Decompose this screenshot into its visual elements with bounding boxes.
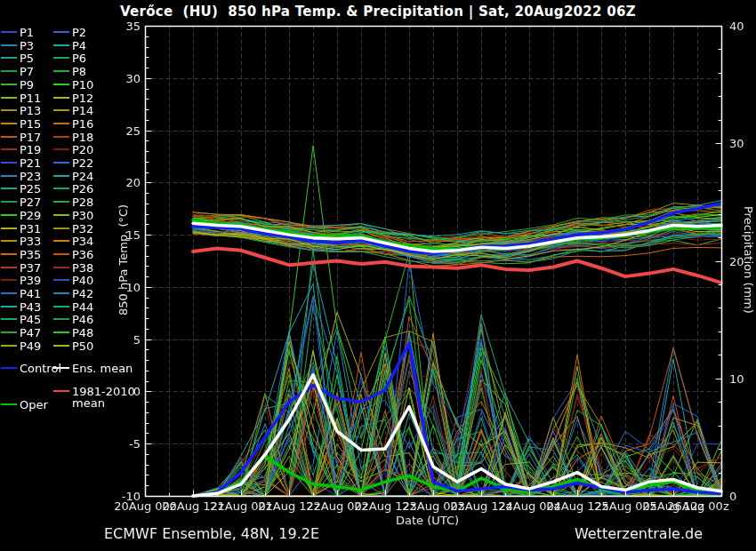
legend-member-22-label: P22 <box>72 157 93 169</box>
legend-member-40-swatch <box>53 279 69 281</box>
legend-member-47-swatch <box>1 331 17 333</box>
legend-member-13-label: P13 <box>20 105 41 116</box>
legend-member-43-label: P43 <box>20 301 41 313</box>
legend-member-15-label: P15 <box>20 118 41 130</box>
legend-member-14-label: P14 <box>72 105 93 116</box>
legend-member-29-swatch <box>1 214 17 216</box>
legend-member-24-label: P24 <box>72 171 93 182</box>
legend-member-4-label: P4 <box>72 40 86 52</box>
legend-member-18-label: P18 <box>72 132 93 143</box>
legend-member-13-swatch <box>1 109 17 111</box>
legend-member-18-swatch <box>53 136 69 138</box>
legend-member-12-swatch <box>53 97 69 99</box>
legend-member-19-swatch <box>1 148 17 150</box>
legend-member-8-swatch <box>53 70 69 72</box>
legend-oper-label: Oper <box>20 399 48 411</box>
legend-member-26-label: P26 <box>72 183 93 195</box>
legend-member-10-swatch <box>53 84 69 85</box>
legend-member-41-label: P41 <box>20 288 41 299</box>
legend-member-34-label: P34 <box>72 236 93 247</box>
legend-member-24-swatch <box>53 175 69 177</box>
legend-member-37-swatch <box>1 267 17 268</box>
legend-member-19-label: P19 <box>20 144 41 156</box>
legend-member-33-label: P33 <box>20 236 41 247</box>
legend-member-38-label: P38 <box>72 262 93 274</box>
y-right-axis-title: Precipitation (mm) <box>742 206 755 314</box>
legend-member-25-swatch <box>1 188 17 189</box>
y-left-tick-label: 5 <box>109 334 141 346</box>
legend-control-swatch <box>1 367 17 369</box>
legend-member-27-label: P27 <box>20 196 41 208</box>
legend-member-44-swatch <box>53 306 69 307</box>
legend-member-50-label: P50 <box>72 340 93 352</box>
legend-ens-mean-label: Ens. mean <box>72 363 133 374</box>
legend-member-46-swatch <box>53 318 69 320</box>
legend-member-36-swatch <box>53 253 69 255</box>
y-left-tick-label: 0 <box>109 386 141 397</box>
legend-ens-mean-swatch <box>53 367 69 369</box>
footer-branding: Wetterzentrale.de <box>575 525 703 542</box>
legend-member-9-swatch <box>1 84 17 85</box>
y-left-tick-label: -5 <box>109 438 141 450</box>
x-tick-label: 26Aug 00z <box>663 500 734 512</box>
legend-member-26-swatch <box>53 188 69 189</box>
y-right-tick-label: 40 <box>729 20 744 32</box>
legend-member-5-label: P5 <box>20 52 34 64</box>
y-left-tick-label: 35 <box>109 20 141 32</box>
legend-member-34-swatch <box>53 240 69 242</box>
legend-member-21-label: P21 <box>20 157 41 169</box>
legend-member-25-label: P25 <box>20 183 41 195</box>
legend-member-39-swatch <box>1 279 17 281</box>
legend-member-4-swatch <box>53 44 69 46</box>
legend-member-44-label: P44 <box>72 301 93 313</box>
legend-member-33-swatch <box>1 240 17 242</box>
legend-member-10-label: P10 <box>72 79 93 91</box>
legend-member-48-label: P48 <box>72 327 93 339</box>
legend-member-20-label: P20 <box>72 144 93 156</box>
legend-member-7-label: P7 <box>20 66 34 77</box>
legend-member-49-label: P49 <box>20 340 41 352</box>
legend-member-30-swatch <box>53 214 69 216</box>
legend-member-40-label: P40 <box>72 275 93 286</box>
legend-member-16-swatch <box>53 123 69 124</box>
legend-member-38-swatch <box>53 267 69 268</box>
legend-member-22-swatch <box>53 162 69 164</box>
legend-member-21-swatch <box>1 162 17 164</box>
legend-member-20-swatch <box>53 148 69 150</box>
legend-member-6-swatch <box>53 57 69 59</box>
legend-oper-swatch <box>1 403 17 405</box>
legend-member-23-label: P23 <box>20 171 41 182</box>
legend-member-23-swatch <box>1 175 17 177</box>
legend-member-28-swatch <box>53 201 69 203</box>
legend-member-43-swatch <box>1 306 17 307</box>
legend-member-9-label: P9 <box>20 79 34 91</box>
legend-member-17-label: P17 <box>20 132 41 143</box>
legend-member-11-label: P11 <box>20 92 41 104</box>
legend-member-11-swatch <box>1 97 17 99</box>
y-right-tick-label: 30 <box>729 138 744 149</box>
x-axis-title: Date (UTC) <box>396 514 459 527</box>
legend-member-31-label: P31 <box>20 223 41 235</box>
legend-member-35-label: P35 <box>20 249 41 260</box>
legend-member-29-label: P29 <box>20 210 41 221</box>
legend-member-15-swatch <box>1 123 17 124</box>
legend-member-28-label: P28 <box>72 196 93 208</box>
legend-member-41-swatch <box>1 292 17 294</box>
legend-member-1-label: P1 <box>20 27 34 38</box>
legend-member-35-swatch <box>1 253 17 255</box>
legend-member-42-swatch <box>53 292 69 294</box>
legend-member-47-label: P47 <box>20 327 41 339</box>
legend-member-7-swatch <box>1 70 17 72</box>
legend-member-49-swatch <box>1 345 17 347</box>
legend-member-31-swatch <box>1 228 17 229</box>
legend-member-27-swatch <box>1 201 17 203</box>
legend-member-6-label: P6 <box>72 52 86 64</box>
legend-member-16-label: P16 <box>72 118 93 130</box>
legend-member-45-swatch <box>1 318 17 320</box>
legend-member-3-label: P3 <box>20 40 34 52</box>
legend-member-1-swatch <box>1 31 17 33</box>
legend-member-12-label: P12 <box>72 92 93 104</box>
legend-member-32-label: P32 <box>72 223 93 235</box>
y-left-axis-title: 850 hPa Temp. (°C) <box>117 204 130 315</box>
legend-climate-mean-2-label: mean <box>72 397 105 409</box>
